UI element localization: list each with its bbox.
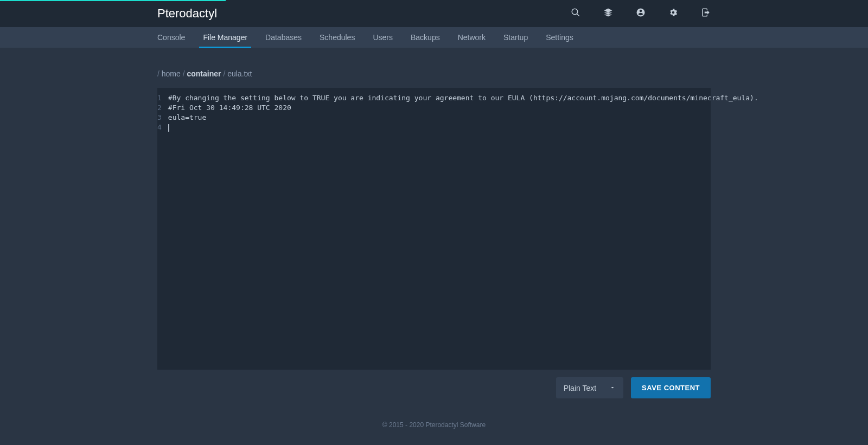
layers-icon[interactable] [603,8,613,20]
breadcrumb-file: eula.txt [227,69,252,78]
breadcrumb-home[interactable]: home [162,69,181,78]
loading-progress-bar [0,0,226,1]
syntax-format-dropdown[interactable]: Plain Text [556,377,623,398]
breadcrumb: / home / container / eula.txt [157,69,711,78]
tab-network[interactable]: Network [458,27,486,48]
tab-settings[interactable]: Settings [546,27,573,48]
tab-console[interactable]: Console [157,27,185,48]
tab-file-manager[interactable]: File Manager [203,27,247,48]
format-label: Plain Text [564,384,596,392]
editor-actions: Plain Text SAVE CONTENT [157,377,711,398]
tab-startup[interactable]: Startup [503,27,528,48]
breadcrumb-container[interactable]: container [187,69,221,78]
editor-gutter: 1 2 3 4 [157,93,168,364]
code-line[interactable]: #By changing the setting below to TRUE y… [168,93,758,103]
editor-cursor [168,124,169,132]
brand-title[interactable]: Pterodactyl [157,7,217,21]
line-number: 3 [157,113,162,122]
code-line[interactable] [168,122,758,132]
user-icon[interactable] [636,8,646,20]
breadcrumb-separator: / [157,69,159,78]
tab-schedules[interactable]: Schedules [320,27,355,48]
header-icon-group [571,8,711,20]
main-content: / home / container / eula.txt 1 2 3 4 #B… [0,48,868,429]
tab-backups[interactable]: Backups [411,27,440,48]
main-header: Pterodactyl [0,0,868,27]
line-number: 2 [157,103,162,113]
settings-icon[interactable] [668,8,678,20]
save-content-button[interactable]: SAVE CONTENT [631,377,711,398]
editor-code-area[interactable]: #By changing the setting below to TRUE y… [168,93,758,364]
code-editor[interactable]: 1 2 3 4 #By changing the setting below t… [157,88,711,370]
footer-copyright: © 2015 - 2020 Pterodactyl Software [157,421,711,429]
code-line[interactable]: eula=true [168,113,758,122]
server-subnav: Console File Manager Databases Schedules… [0,27,868,48]
line-number: 1 [157,93,162,103]
tab-users[interactable]: Users [373,27,393,48]
line-number: 4 [157,122,162,132]
breadcrumb-separator: / [183,69,185,78]
search-icon[interactable] [571,8,580,20]
chevron-down-icon [609,384,616,392]
tab-databases[interactable]: Databases [265,27,302,48]
breadcrumb-separator: / [223,69,225,78]
code-line[interactable]: #Fri Oct 30 14:49:28 UTC 2020 [168,103,758,113]
logout-icon[interactable] [701,8,711,20]
